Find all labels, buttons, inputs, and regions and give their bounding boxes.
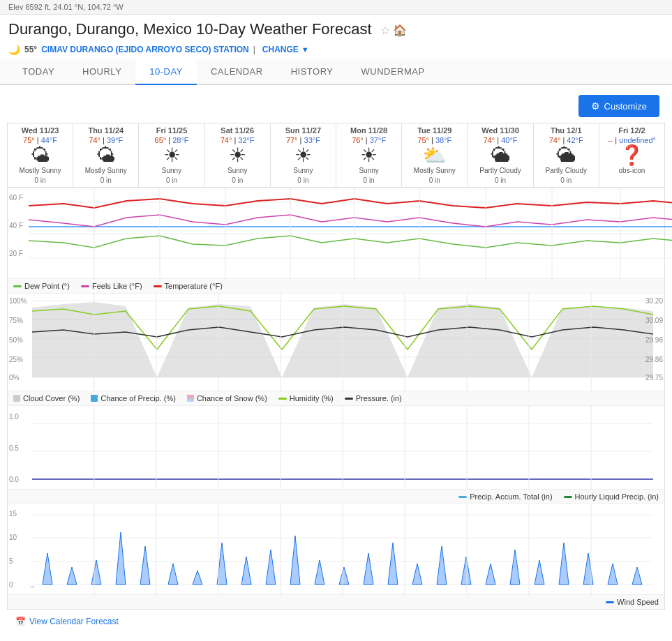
temp-legend: Dew Point (°) Feels Like (°F) Temperatur… [8, 278, 664, 293]
view-calendar-bar: 📅 View Calendar Forecast [7, 610, 665, 633]
day-icon-7: 🌥 [469, 146, 531, 165]
day-desc-7: Partly Cloudy [469, 167, 531, 175]
day-col-1: Thu 11/24 74° | 39°F 🌤 Mostly Sunny 0 in [73, 123, 139, 187]
tab-hourly[interactable]: HOURLY [68, 59, 135, 85]
day-temps-5: 76° | 37°F [338, 136, 400, 144]
day-desc-5: Sunny [338, 167, 400, 175]
accum-y-1: 1.0 [9, 413, 19, 421]
day-desc-9: obs-icon [601, 167, 663, 175]
header-icons: ☆ 🏠 [380, 24, 407, 37]
precip-y-0: 0% [9, 374, 19, 382]
svg-marker-54 [290, 536, 300, 585]
day-col-0: Wed 11/23 75° | 44°F 🌤 Mostly Sunny 0 in [8, 123, 73, 187]
precip-y-right-2: 30.09 [645, 317, 663, 324]
svg-marker-48 [140, 546, 150, 585]
svg-marker-59 [412, 564, 422, 585]
temp-chart-svg [29, 188, 672, 279]
header: Durango, Durango, Mexico 10-Day Weather … [0, 15, 672, 41]
day-precip-2: 0 in [140, 176, 202, 184]
precip-y-right-5: 29.75 [645, 374, 663, 382]
wind-y-5: 5 [9, 557, 13, 565]
day-precip-7: 0 in [469, 176, 531, 184]
temp-chart: 60 F 40 F 20 F [8, 188, 664, 278]
day-temps-2: 65° | 28°F [140, 136, 202, 144]
legend-wind-speed: Wind Speed [606, 598, 659, 606]
page-title: Durango, Durango, Mexico 10-Day Weather … [8, 20, 372, 38]
view-calendar-link[interactable]: 📅 View Calendar Forecast [15, 617, 657, 626]
station-temp: 55° [24, 45, 37, 54]
day-precip-1: 0 in [75, 176, 137, 184]
day-icon-1: 🌤 [75, 146, 137, 165]
svg-marker-67 [608, 564, 618, 585]
precip-y-75: 75% [9, 317, 23, 324]
precip-y-50: 50% [9, 336, 23, 344]
day-temps-0: 75° | 44°F [9, 136, 71, 144]
legend-pressure: Pressure. (in) [345, 394, 402, 402]
day-temps-1: 74° | 39°F [75, 136, 137, 144]
day-precip-3: 0 in [207, 176, 269, 184]
nav-tabs: TODAY HOURLY 10-DAY CALENDAR HISTORY WUN… [0, 59, 672, 85]
wind-chart-svg [32, 504, 653, 595]
day-temps-3: 74° | 32°F [207, 136, 269, 144]
forecast-section: ⚙ Customize ‹ › Wed 11/23 75° | 44°F 🌤 M… [0, 85, 672, 633]
day-col-9: Fri 12/2 -- | undefined° ❓ obs-icon [599, 123, 664, 187]
legend-snow: Chance of Snow (%) [187, 394, 267, 402]
tab-history[interactable]: HISTORY [277, 59, 348, 85]
dropdown-icon[interactable]: ▼ [301, 45, 309, 54]
svg-marker-49 [168, 564, 178, 585]
day-desc-6: Mostly Sunny [403, 167, 465, 175]
precip-legend: Cloud Cover (%) Chance of Precip. (%) Ch… [8, 391, 664, 405]
legend-cloud: Cloud Cover (%) [13, 394, 80, 402]
day-desc-1: Mostly Sunny [75, 167, 137, 175]
day-desc-3: Sunny [207, 167, 269, 175]
day-desc-2: Sunny [140, 167, 202, 175]
svg-marker-62 [486, 564, 495, 585]
legend-feelslike: Feels Like (°F) [81, 282, 142, 290]
day-date-7: Wed 11/30 [469, 126, 531, 135]
day-desc-0: Mostly Sunny [9, 167, 71, 175]
legend-dewpoint: Dew Point (°) [13, 282, 70, 290]
day-date-4: Sun 11/27 [272, 126, 334, 135]
customize-button[interactable]: ⚙ Customize [578, 95, 659, 117]
day-precip-8: 0 in [535, 176, 597, 184]
elev-bar: Elev 6592 ft, 24.01 °N, 104.72 °W [0, 0, 672, 15]
tab-wundermap[interactable]: WUNDERMAP [348, 59, 439, 85]
day-desc-8: Partly Cloudy [535, 167, 597, 175]
svg-marker-68 [632, 567, 642, 585]
day-temps-7: 74° | 40°F [469, 136, 531, 144]
day-date-9: Fri 12/2 [601, 126, 663, 135]
tab-today[interactable]: TODAY [8, 59, 68, 85]
precip-y-right-1: 30.20 [645, 297, 663, 305]
svg-marker-60 [437, 546, 447, 585]
day-date-0: Wed 11/23 [9, 126, 71, 135]
wind-legend: Wind Speed [8, 594, 664, 609]
day-col-5: Mon 11/28 76° | 37°F ☀ Sunny 0 in [336, 123, 402, 187]
day-temps-9: -- | undefined° [601, 136, 663, 144]
station-sep: | [253, 45, 255, 54]
day-precip-6: 0 in [403, 176, 465, 184]
wind-y-10: 10 [9, 534, 17, 541]
day-col-6: Tue 11/29 75° | 38°F ⛅ Mostly Sunny 0 in [402, 123, 468, 187]
legend-hourly-liquid: Hourly Liquid Precip. (in) [564, 492, 659, 501]
svg-marker-58 [388, 543, 398, 585]
accum-legend: Precip. Accum. Total (in) Hourly Liquid … [8, 489, 664, 504]
customize-bar: ⚙ Customize [7, 92, 665, 123]
legend-precip-pct: Chance of Precip. (%) [91, 394, 176, 402]
day-icon-4: ☀ [272, 146, 334, 165]
accum-chart-svg [32, 406, 653, 490]
legend-humidity: Humidity (%) [278, 394, 334, 402]
tab-calendar[interactable]: CALENDAR [197, 59, 277, 85]
day-headers: ‹ › Wed 11/23 75° | 44°F 🌤 Mostly Sunny … [7, 123, 665, 187]
day-icon-5: ☀ [338, 146, 400, 165]
change-button[interactable]: CHANGE [262, 45, 299, 54]
day-icon-6: ⛅ [403, 146, 465, 165]
wind-y-0: 0 [9, 581, 13, 589]
precip-y-right-3: 29.98 [645, 336, 663, 344]
accum-y-0: 0.0 [9, 476, 19, 483]
tab-10day[interactable]: 10-DAY [135, 59, 197, 85]
precip-accum-chart: 1.0 0.5 0.0 [8, 405, 664, 489]
day-icon-0: 🌤 [9, 146, 71, 165]
svg-marker-55 [315, 560, 324, 585]
svg-marker-44 [43, 553, 52, 585]
svg-marker-50 [193, 571, 202, 585]
